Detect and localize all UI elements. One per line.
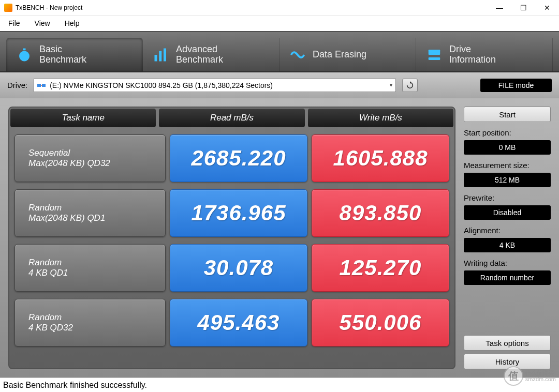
prewrite-value[interactable]: Disabled (464, 205, 551, 220)
side-panel: Start Start position: 0 MB Measurement s… (464, 107, 551, 369)
task-random-4k-qd1[interactable]: Random4 KB QD1 (14, 244, 166, 292)
status-text: Basic Benchmark finished successfully. (3, 381, 147, 390)
writing-data-value[interactable]: Random number (464, 270, 551, 285)
maximize-button[interactable]: ☐ (511, 0, 535, 16)
hdd-icon (37, 82, 47, 88)
menu-help[interactable]: Help (61, 17, 84, 29)
watermark: 值 什么值得买 smzdm.com (504, 366, 556, 386)
tab-label: Drive Information (449, 44, 496, 65)
header-read: Read mB/s (159, 109, 304, 127)
benchmark-row: SequentialMax(2048 KB) QD32 2685.220 160… (10, 134, 453, 182)
benchmark-header-row: Task name Read mB/s Write mB/s (10, 109, 453, 127)
refresh-icon (406, 81, 414, 89)
status-bar: Basic Benchmark finished successfully. (0, 378, 559, 392)
svg-rect-8 (42, 84, 46, 87)
minimize-button[interactable]: — (488, 0, 511, 16)
start-position-label: Start position: (464, 128, 551, 137)
writing-data-label: Writing data: (464, 259, 551, 267)
stopwatch-icon (17, 47, 32, 63)
window-title: TxBENCH - New project (16, 4, 82, 11)
tab-data-erasing[interactable]: Data Erasing (280, 38, 416, 71)
svg-rect-3 (159, 51, 161, 61)
menu-view[interactable]: View (31, 17, 54, 29)
drive-bar: Drive: (E:) NVMe KINGSTON SKC1000 894.25… (0, 72, 559, 98)
tab-advanced-benchmark[interactable]: Advanced Benchmark (143, 38, 280, 71)
tab-label: Basic Benchmark (39, 44, 86, 65)
svg-rect-2 (155, 55, 157, 62)
close-button[interactable]: ✕ (535, 0, 559, 16)
task-sequential-qd32[interactable]: SequentialMax(2048 KB) QD32 (14, 134, 166, 182)
tab-label: Data Erasing (313, 50, 366, 60)
read-value: 495.463 (170, 299, 307, 346)
file-mode-button[interactable]: FILE mode (480, 79, 552, 92)
tab-label: Advanced Benchmark (176, 44, 223, 65)
task-random-max-qd1[interactable]: RandomMax(2048 KB) QD1 (14, 189, 166, 237)
measurement-size-value[interactable]: 512 MB (464, 173, 551, 187)
tab-drive-information[interactable]: Drive Information (416, 38, 553, 71)
drive-select[interactable]: (E:) NVMe KINGSTON SKC1000 894.25 GB (1,… (34, 79, 396, 92)
measurement-size-label: Measurement size: (464, 161, 551, 170)
alignment-label: Alignment: (464, 226, 551, 235)
write-value: 893.850 (312, 189, 449, 237)
prewrite-label: Prewrite: (464, 193, 551, 202)
chevron-down-icon: ▾ (390, 82, 392, 88)
svg-rect-5 (429, 50, 440, 55)
tab-basic-benchmark[interactable]: Basic Benchmark (6, 38, 143, 71)
svg-point-0 (19, 51, 30, 61)
tabbar: Basic Benchmark Advanced Benchmark Data … (0, 31, 559, 72)
bars-icon (153, 47, 169, 63)
benchmark-row: Random4 KB QD1 30.078 125.270 (10, 244, 453, 292)
alignment-value[interactable]: 4 KB (464, 238, 551, 252)
menubar: File View Help (0, 16, 559, 31)
header-write: Write mB/s (308, 109, 453, 127)
drive-icon (426, 47, 442, 63)
write-value: 125.270 (312, 244, 449, 292)
benchmark-row: RandomMax(2048 KB) QD1 1736.965 893.850 (10, 189, 453, 237)
drive-select-value: (E:) NVMe KINGSTON SKC1000 894.25 GB (1,… (50, 81, 273, 89)
header-task: Task name (10, 109, 156, 127)
read-value: 30.078 (170, 244, 307, 292)
read-value: 2685.220 (170, 134, 307, 182)
main-content: Task name Read mB/s Write mB/s Sequentia… (0, 98, 559, 378)
start-position-value[interactable]: 0 MB (464, 140, 551, 155)
write-value: 1605.888 (312, 134, 449, 182)
wave-icon (290, 47, 305, 63)
drive-label: Drive: (7, 81, 27, 89)
start-button[interactable]: Start (464, 107, 551, 122)
svg-rect-6 (429, 57, 440, 60)
titlebar: TxBENCH - New project — ☐ ✕ (0, 0, 559, 16)
window-controls: — ☐ ✕ (488, 0, 559, 16)
benchmark-row: Random4 KB QD32 495.463 550.006 (10, 299, 453, 346)
benchmark-panel: Task name Read mB/s Write mB/s Sequentia… (8, 107, 455, 369)
svg-rect-4 (164, 48, 166, 61)
task-random-4k-qd32[interactable]: Random4 KB QD32 (14, 299, 166, 346)
menu-file[interactable]: File (4, 17, 24, 29)
watermark-icon: 值 (504, 366, 523, 386)
write-value: 550.006 (312, 299, 449, 346)
task-options-button[interactable]: Task options (464, 335, 551, 351)
svg-rect-7 (37, 84, 41, 87)
svg-rect-1 (23, 48, 26, 50)
read-value: 1736.965 (170, 189, 307, 237)
refresh-button[interactable] (402, 79, 418, 92)
app-icon (4, 4, 12, 12)
